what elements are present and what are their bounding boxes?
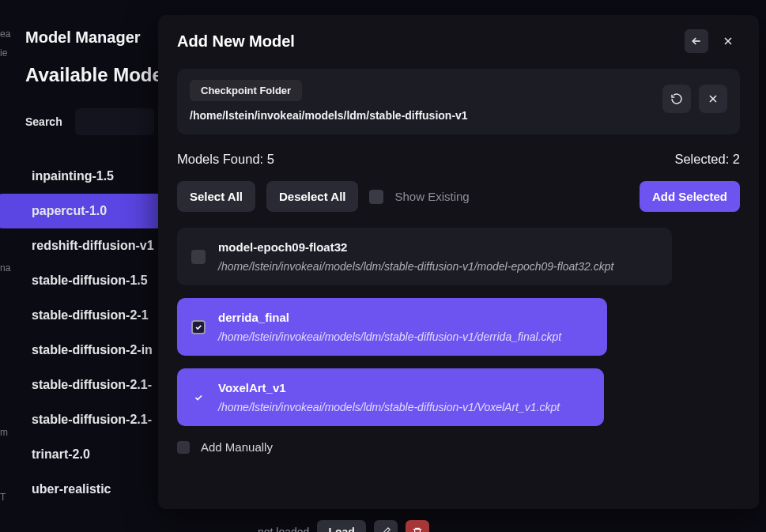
arrow-left-icon bbox=[690, 35, 703, 47]
close-icon bbox=[722, 35, 734, 47]
controls-row: Select All Deselect All Show Existing Ad… bbox=[177, 181, 740, 212]
add-model-modal: Add New Model Checkpoint Folder /home/ls… bbox=[158, 15, 759, 509]
found-model-item[interactable]: model-epoch09-float32 /home/lstein/invok… bbox=[177, 228, 672, 285]
model-name: VoxelArt_v1 bbox=[218, 381, 560, 394]
folder-actions bbox=[662, 85, 727, 113]
folder-info: Checkpoint Folder /home/lstein/invokeai/… bbox=[190, 80, 468, 122]
model-info: model-epoch09-float32 /home/lstein/invok… bbox=[218, 240, 613, 273]
modal-title: Add New Model bbox=[177, 32, 295, 51]
add-manually-checkbox[interactable] bbox=[177, 441, 190, 454]
models-found-label: Models Found: 5 bbox=[177, 152, 274, 167]
model-status: not loaded bbox=[258, 526, 309, 532]
model-name: model-epoch09-float32 bbox=[218, 240, 613, 254]
add-manually-row: Add Manually bbox=[177, 440, 740, 454]
found-model-item[interactable]: VoxelArt_v1 /home/lstein/invokeai/models… bbox=[177, 368, 604, 426]
model-checkbox[interactable] bbox=[191, 320, 206, 334]
edit-icon bbox=[380, 526, 391, 532]
trash-icon bbox=[412, 526, 423, 532]
model-actions-row: not loaded Load bbox=[258, 519, 429, 532]
modal-header-actions bbox=[685, 29, 740, 53]
check-icon bbox=[194, 323, 202, 331]
add-manually-label: Add Manually bbox=[201, 440, 273, 454]
edit-model-button[interactable] bbox=[374, 520, 398, 532]
show-existing-label: Show Existing bbox=[394, 190, 469, 203]
model-info: VoxelArt_v1 /home/lstein/invokeai/models… bbox=[218, 381, 560, 413]
check-icon bbox=[194, 393, 203, 402]
clear-folder-button[interactable] bbox=[699, 85, 727, 113]
delete-model-button[interactable] bbox=[406, 520, 429, 532]
rescan-button[interactable] bbox=[662, 85, 691, 113]
model-path: /home/lstein/invokeai/models/ldm/stable-… bbox=[218, 330, 561, 343]
x-icon bbox=[707, 92, 719, 105]
model-path: /home/lstein/invokeai/models/ldm/stable-… bbox=[218, 260, 613, 273]
selected-count-label: Selected: 2 bbox=[674, 152, 740, 167]
load-model-button[interactable]: Load bbox=[317, 520, 365, 532]
model-checkbox[interactable] bbox=[191, 391, 206, 405]
model-name: derrida_final bbox=[218, 311, 561, 324]
refresh-icon bbox=[670, 92, 683, 105]
model-info: derrida_final /home/lstein/invokeai/mode… bbox=[218, 311, 561, 343]
checkpoint-folder-card: Checkpoint Folder /home/lstein/invokeai/… bbox=[177, 69, 740, 134]
modal-header: Add New Model bbox=[177, 29, 740, 53]
close-button[interactable] bbox=[716, 29, 740, 53]
select-all-button[interactable]: Select All bbox=[177, 181, 255, 212]
model-path: /home/lstein/invokeai/models/ldm/stable-… bbox=[218, 401, 560, 413]
model-checkbox[interactable] bbox=[191, 250, 206, 264]
folder-path: /home/lstein/invokeai/models/ldm/stable-… bbox=[190, 109, 468, 122]
search-label: Search bbox=[25, 115, 62, 128]
deselect-all-button[interactable]: Deselect All bbox=[266, 181, 359, 212]
back-button[interactable] bbox=[685, 29, 708, 53]
stats-row: Models Found: 5 Selected: 2 bbox=[177, 152, 740, 167]
found-models-list: model-epoch09-float32 /home/lstein/invok… bbox=[177, 228, 740, 426]
show-existing-checkbox[interactable] bbox=[369, 190, 383, 204]
search-input[interactable] bbox=[75, 108, 154, 135]
found-model-item[interactable]: derrida_final /home/lstein/invokeai/mode… bbox=[177, 298, 607, 356]
folder-badge: Checkpoint Folder bbox=[190, 80, 302, 101]
add-selected-button[interactable]: Add Selected bbox=[640, 181, 740, 212]
